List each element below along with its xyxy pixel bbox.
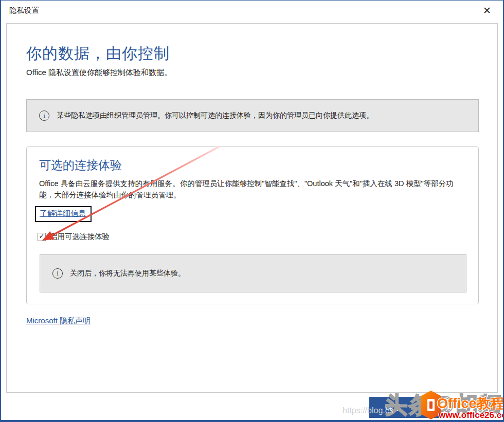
privacy-settings-dialog: 隐私设置 ✕ 你的数据，由你控制 Office 隐私设置使你能够控制体验和数据。…: [0, 0, 504, 422]
info-icon-glyph: i: [43, 112, 45, 120]
close-icon[interactable]: ✕: [479, 3, 495, 18]
info-icon-glyph: i: [57, 269, 59, 278]
info-icon: i: [52, 268, 63, 279]
enable-optional-experiences-row[interactable]: ✓ 启用可选连接体验: [38, 232, 110, 242]
watermark-site-name: Office教程网: [437, 394, 504, 413]
learn-more-highlight-box: 了解详细信息: [35, 206, 92, 222]
admin-managed-notice: i 某些隐私选项由组织管理员管理。你可以控制可选的连接体验，因为你的管理员已向你…: [26, 99, 479, 132]
enable-optional-experiences-checkbox[interactable]: ✓: [38, 233, 46, 241]
checkbox-label: 启用可选连接体验: [50, 232, 110, 242]
titlebar: 隐私设置 ✕: [1, 1, 503, 22]
section-title: 可选的连接体验: [39, 157, 122, 173]
admin-managed-notice-text: 某些隐私选项由组织管理员管理。你可以控制可选的连接体验，因为你的管理员已向你提供…: [57, 111, 373, 120]
microsoft-privacy-statement-link[interactable]: Microsoft 隐私声明: [26, 316, 91, 326]
section-description: Office 具备由云服务提供支持的有用服务。你的管理员让你能够控制"智能查找"…: [39, 178, 467, 200]
window-title: 隐私设置: [9, 6, 39, 15]
optional-connected-experiences-section: 可选的连接体验 Office 具备由云服务提供支持的有用服务。你的管理员让你能够…: [26, 146, 479, 304]
info-icon: i: [39, 111, 49, 121]
page-subtitle: Office 隐私设置使你能够控制体验和数据。: [26, 68, 172, 78]
checkmark-icon: ✓: [39, 233, 45, 240]
turn-off-warning-text: 关闭后，你将无法再使用某些体验。: [70, 269, 185, 278]
page-title: 你的数据，由你控制: [26, 43, 170, 64]
turn-off-warning-notice: i 关闭后，你将无法再使用某些体验。: [40, 254, 466, 292]
content-panel: 你的数据，由你控制 Office 隐私设置使你能够控制体验和数据。 i 某些隐私…: [6, 23, 498, 393]
ok-button[interactable]: 确定: [369, 397, 440, 418]
learn-more-link[interactable]: 了解详细信息: [40, 209, 86, 217]
watermark-site-url: www.office26.com: [439, 410, 504, 420]
